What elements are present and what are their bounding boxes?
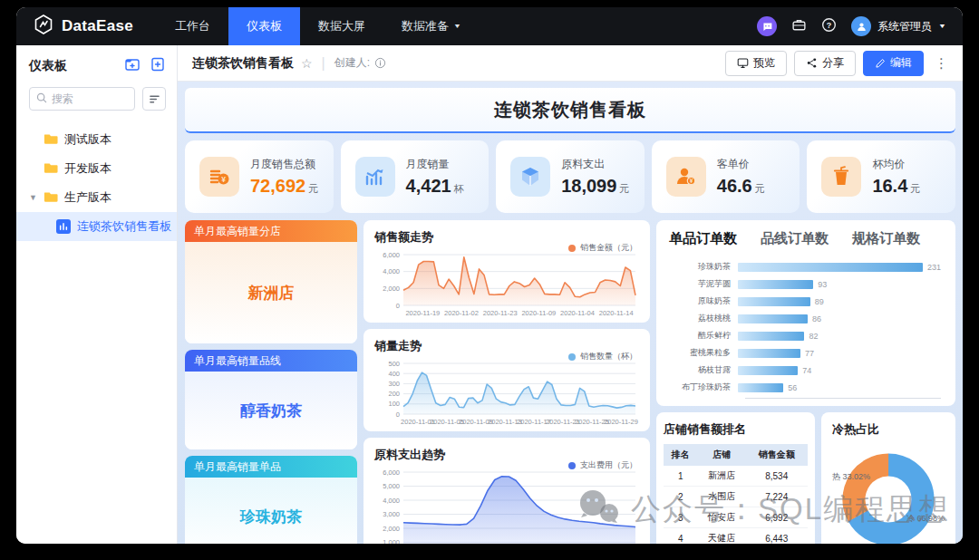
tree-folder-0[interactable]: 测试版本 bbox=[16, 125, 177, 154]
new-folder-icon[interactable] bbox=[124, 56, 141, 76]
order-tab-2[interactable]: 规格订单数 bbox=[852, 230, 920, 247]
favorite-star-icon[interactable]: ☆ bbox=[301, 56, 313, 71]
kpi-card-4[interactable]: 杯均价16.4元 bbox=[807, 140, 955, 213]
kpi-card-1[interactable]: 月度销量4,421杯 bbox=[341, 140, 490, 213]
order-tab-0[interactable]: 单品订单数 bbox=[669, 230, 737, 247]
order-count-card[interactable]: 单品订单数品线订单数规格订单数 珍珠奶茶231芋泥芋圆93原味奶茶89荔枝桃桃8… bbox=[656, 220, 955, 406]
highlight-card-2[interactable]: 单月最高销量单品珍珠奶茶 bbox=[185, 456, 357, 544]
nav-menu: 工作台仪表板数据大屏数据准备▼ bbox=[157, 7, 480, 45]
folder-icon bbox=[44, 132, 58, 148]
svg-text:300: 300 bbox=[388, 380, 400, 388]
right-column: 单品订单数品线订单数规格订单数 珍珠奶茶231芋泥芋圆93原味奶茶89荔枝桃桃8… bbox=[656, 220, 955, 544]
svg-text:¥: ¥ bbox=[689, 178, 693, 184]
donut-label-hot: 热 33.02% bbox=[832, 471, 870, 483]
more-options-icon[interactable]: ⋮ bbox=[931, 55, 952, 72]
tree-folder-2[interactable]: ▼生产版本 bbox=[16, 183, 177, 212]
nav-item-3[interactable]: 数据准备▼ bbox=[383, 7, 480, 45]
user-menu[interactable]: 系统管理员 ▼ bbox=[851, 16, 946, 36]
svg-text:2020-11-02: 2020-11-02 bbox=[444, 309, 479, 317]
hot-cold-donut-chart: 热 33.02%冷 66.98% bbox=[832, 441, 945, 544]
dashboard-canvas: 连锁茶饮销售看板 ¥月度销售总额72,692元月度销量4,421杯原料支出18,… bbox=[178, 82, 963, 544]
svg-text:2,000: 2,000 bbox=[383, 525, 400, 533]
sidebar-title: 仪表板 bbox=[29, 58, 124, 74]
svg-text:2,000: 2,000 bbox=[383, 285, 400, 293]
highlight-card-0[interactable]: 单月最高销量分店新洲店 bbox=[185, 220, 357, 343]
table-row: 1新洲店8,534 bbox=[664, 466, 808, 487]
nav-item-1[interactable]: 仪表板 bbox=[228, 7, 300, 45]
caret-down-icon: ▼ bbox=[29, 193, 37, 202]
nav-item-0[interactable]: 工作台 bbox=[157, 7, 228, 45]
customer-icon: ¥ bbox=[666, 157, 706, 197]
tree-folder-1[interactable]: 开发版本 bbox=[16, 154, 177, 183]
table-row: 3怡安店6,992 bbox=[664, 507, 808, 528]
share-icon bbox=[806, 57, 818, 69]
svg-text:1,000: 1,000 bbox=[383, 538, 400, 544]
chevron-down-icon: ▼ bbox=[938, 23, 946, 30]
kpi-label: 月度销售总额 bbox=[250, 157, 318, 172]
kpi-card-2[interactable]: 原料支出18,099元 bbox=[496, 140, 645, 213]
sales-qty-trend-chart[interactable]: 销量走势 销售数量（杯） 01002003004005002020-11-012… bbox=[363, 329, 650, 431]
bar-row: 珍珠奶茶231 bbox=[667, 258, 941, 275]
new-dashboard-icon[interactable] bbox=[150, 56, 166, 76]
kpi-card-0[interactable]: ¥月度销售总额72,692元 bbox=[185, 140, 334, 213]
svg-text:100: 100 bbox=[388, 400, 400, 408]
creator-info: 创建人: bbox=[334, 55, 386, 71]
dashboard-toolbar: 连锁茶饮销售看板 ☆ | 创建人: 预览 分享 bbox=[178, 45, 963, 82]
svg-text:2020-11-23: 2020-11-23 bbox=[483, 309, 518, 317]
help-icon[interactable]: ? bbox=[821, 17, 837, 36]
user-name: 系统管理员 bbox=[877, 19, 932, 34]
nav-item-2[interactable]: 数据大屏 bbox=[300, 7, 383, 45]
store-rank-card[interactable]: 店铺销售额排名 排名店铺销售金额 1新洲店8,5342水围店7,2243怡安店6… bbox=[656, 412, 815, 544]
preview-button[interactable]: 预览 bbox=[725, 51, 787, 76]
svg-text:5,000: 5,000 bbox=[383, 482, 400, 490]
highlight-card-title: 单月最高销量单品 bbox=[185, 456, 357, 478]
highlight-card-title: 单月最高销量分店 bbox=[185, 220, 357, 242]
chart-title: 销售额走势 bbox=[374, 230, 433, 244]
info-icon bbox=[374, 57, 386, 69]
folder-icon bbox=[44, 161, 58, 177]
material-cost-trend-chart[interactable]: 原料支出趋势 支出费用（元） 01,0002,0003,0004,0005,00… bbox=[363, 438, 650, 544]
brand-logo[interactable]: DataEase bbox=[16, 7, 157, 45]
kpi-label: 杯均价 bbox=[872, 157, 920, 172]
svg-text:2020-11-04: 2020-11-04 bbox=[560, 309, 595, 317]
sales-amount-trend-chart[interactable]: 销售额走势 销售金额（元） 02,0004,0006,0002020-11-19… bbox=[363, 220, 650, 323]
chevron-down-icon: ▼ bbox=[453, 23, 461, 30]
share-button[interactable]: 分享 bbox=[794, 51, 856, 76]
svg-text:4,000: 4,000 bbox=[383, 497, 400, 505]
bar-row: 蜜桃果粒多77 bbox=[667, 344, 941, 362]
highlight-card-1[interactable]: 单月最高销量品线醇香奶茶 bbox=[185, 350, 357, 449]
assistant-icon[interactable] bbox=[757, 16, 777, 36]
kpi-label: 月度销量 bbox=[406, 157, 464, 172]
highlight-card-title: 单月最高销量品线 bbox=[185, 350, 357, 372]
divider: | bbox=[322, 55, 325, 72]
svg-text:6,000: 6,000 bbox=[383, 468, 400, 477]
highlight-card-value: 醇香奶茶 bbox=[185, 372, 357, 449]
bar-row: 芋泥芋圆93 bbox=[667, 275, 941, 293]
kpi-row: ¥月度销售总额72,692元月度销量4,421杯原料支出18,099元¥客单价4… bbox=[185, 140, 955, 213]
table-title: 店铺销售额排名 bbox=[664, 422, 746, 436]
svg-text:?: ? bbox=[827, 20, 832, 29]
search-input[interactable] bbox=[29, 87, 135, 111]
tree-leaf-selected[interactable]: 连锁茶饮销售看板 bbox=[16, 212, 177, 241]
svg-text:¥: ¥ bbox=[221, 175, 226, 184]
search-icon bbox=[36, 91, 47, 107]
hot-cold-ratio-card[interactable]: 冷热占比 热 33.02%冷 66.98% 冷热 bbox=[821, 412, 955, 544]
table-row: 2水围店7,224 bbox=[664, 487, 808, 507]
svg-text:2020-11-09: 2020-11-09 bbox=[521, 309, 556, 317]
app-window: DataEase 工作台仪表板数据大屏数据准备▼ ? 系统管理员 ▼ bbox=[16, 7, 963, 544]
kpi-label: 客单价 bbox=[717, 157, 765, 172]
cube-icon bbox=[510, 157, 550, 197]
svg-text:200: 200 bbox=[388, 390, 400, 398]
cup-icon bbox=[821, 157, 861, 197]
edit-button[interactable]: 编辑 bbox=[863, 51, 924, 76]
toolbox-icon[interactable] bbox=[791, 17, 807, 36]
bar-row: 荔枝桃桃86 bbox=[667, 310, 941, 327]
highlight-column: 单月最高销量分店新洲店单月最高销量品线醇香奶茶单月最高销量单品珍珠奶茶单月最高销… bbox=[185, 220, 357, 544]
kpi-value: 18,099元 bbox=[561, 176, 629, 197]
svg-text:500: 500 bbox=[388, 360, 400, 368]
svg-text:2020-11-14: 2020-11-14 bbox=[599, 309, 634, 317]
kpi-value: 72,692元 bbox=[250, 176, 318, 197]
order-tab-1[interactable]: 品线订单数 bbox=[761, 230, 829, 247]
sort-icon[interactable] bbox=[142, 87, 166, 111]
kpi-card-3[interactable]: ¥客单价46.6元 bbox=[652, 140, 800, 213]
